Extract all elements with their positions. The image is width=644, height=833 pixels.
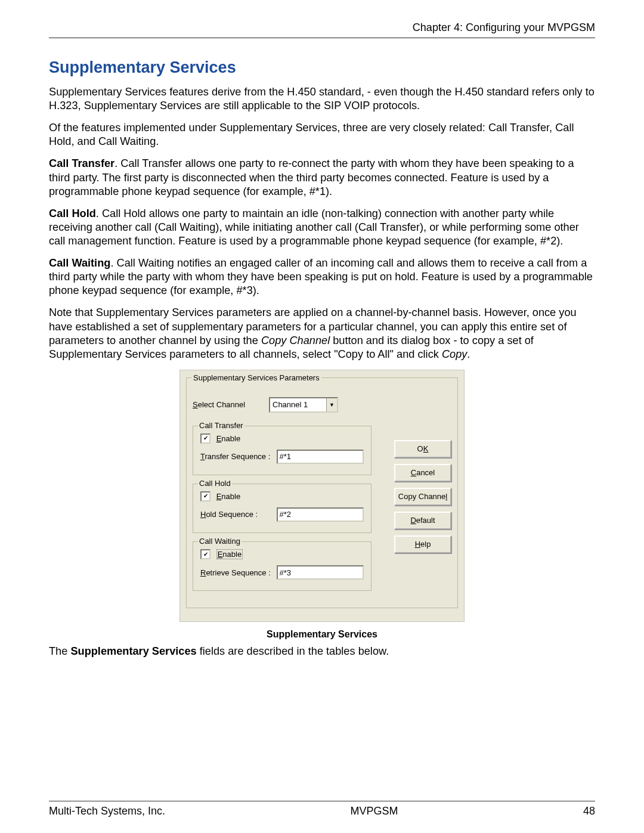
header-rule xyxy=(49,38,595,38)
select-channel-dropdown[interactable]: Channel 1 ▼ xyxy=(269,397,338,413)
figure-caption: Supplementary Services xyxy=(49,629,595,640)
body-para: Call Hold. Call Hold allows one party to… xyxy=(49,207,595,248)
btn-text: ancel xyxy=(416,468,435,477)
body-text: . xyxy=(467,348,470,360)
enable-waiting-row: ✔ Enable xyxy=(200,549,364,559)
chevron-down-icon[interactable]: ▼ xyxy=(326,398,337,411)
mnemonic: R xyxy=(200,568,206,577)
label-text: nable xyxy=(221,434,240,443)
footer-company: Multi-Tech Systems, Inc. xyxy=(49,805,165,817)
call-transfer-group: Call Transfer ✔ Enable Transfer Sequence… xyxy=(193,426,371,475)
copy-ref: Copy xyxy=(442,348,467,360)
btn-text: Copy Channe xyxy=(398,492,446,501)
groupbox-title: Supplementary Services Parameters xyxy=(191,373,321,382)
cancel-button[interactable]: Cancel xyxy=(394,464,451,482)
body-para: Note that Supplementary Services paramet… xyxy=(49,306,595,361)
supplementary-services-dialog: Supplementary Services Parameters Select… xyxy=(179,370,465,622)
enable-hold-row: ✔ Enable xyxy=(200,491,364,501)
default-button[interactable]: Default xyxy=(394,512,451,529)
body-text: . Call Transfer allows one party to re-c… xyxy=(49,157,574,197)
body-para: Call Waiting. Call Waiting notifies an e… xyxy=(49,256,595,298)
call-hold-group: Call Hold ✔ Enable Hold Sequence : #*2 xyxy=(193,484,371,533)
term-supplementary-services: Supplementary Services xyxy=(70,645,196,657)
body-para: Supplementary Services features derive f… xyxy=(49,85,595,113)
body-text: fields are described in the tables below… xyxy=(197,645,389,657)
btn-text: O xyxy=(417,444,423,453)
dialog-figure: Supplementary Services Parameters Select… xyxy=(49,370,595,622)
mnemonic: l xyxy=(445,492,447,501)
label-text: nable xyxy=(222,550,242,559)
label-text: old Sequence : xyxy=(206,510,258,519)
copy-channel-ref: Copy Channel xyxy=(261,335,330,346)
enable-transfer-row: ✔ Enable xyxy=(200,433,364,444)
mnemonic: S xyxy=(193,400,198,409)
label-text: etrieve Sequence : xyxy=(206,568,270,577)
mnemonic: H xyxy=(415,540,420,549)
hold-sequence-input[interactable]: #*2 xyxy=(277,507,364,522)
retrieve-sequence-input[interactable]: #*3 xyxy=(277,565,364,580)
ok-button[interactable]: OK xyxy=(394,440,451,458)
group-title: Call Waiting xyxy=(198,537,242,546)
footer-product: MVPGSM xyxy=(351,805,398,817)
group-title: Call Transfer xyxy=(198,421,244,430)
section-heading: Supplementary Services xyxy=(49,58,595,77)
enable-transfer-label: Enable xyxy=(216,434,240,443)
body-para: The Supplementary Services fields are de… xyxy=(49,645,595,658)
body-text: The xyxy=(49,645,70,657)
hold-sequence-label: Hold Sequence : xyxy=(200,510,277,519)
term-call-transfer: Call Transfer xyxy=(49,157,114,169)
body-para: Call Transfer. Call Transfer allows one … xyxy=(49,157,595,198)
help-button[interactable]: Help xyxy=(394,535,451,553)
term-call-waiting: Call Waiting xyxy=(49,257,110,269)
select-channel-label: Select Channel xyxy=(193,400,269,409)
mnemonic: E xyxy=(216,434,222,443)
body-text: . Call Waiting notifies an engaged calle… xyxy=(49,257,593,296)
enable-hold-checkbox[interactable]: ✔ xyxy=(200,491,210,501)
enable-hold-label: Enable xyxy=(216,492,240,501)
transfer-sequence-input[interactable]: #*1 xyxy=(277,450,364,464)
select-channel-value: Channel 1 xyxy=(273,400,308,409)
body-para: Of the features implemented under Supple… xyxy=(49,121,595,148)
transfer-sequence-value: #*1 xyxy=(280,452,292,461)
supplementary-services-parameters-group: Supplementary Services Parameters Select… xyxy=(186,377,458,608)
label-text: elect Channel xyxy=(198,400,246,409)
term-call-hold: Call Hold xyxy=(49,208,96,219)
retrieve-sequence-label: Retrieve Sequence : xyxy=(200,568,277,577)
enable-waiting-label: Enable xyxy=(216,549,243,559)
enable-transfer-checkbox[interactable]: ✔ xyxy=(200,433,210,444)
mnemonic: D xyxy=(410,516,416,525)
retrieve-sequence-value: #*3 xyxy=(280,568,292,577)
mnemonic: K xyxy=(423,444,429,453)
label-text: nable xyxy=(221,492,240,501)
btn-text: efault xyxy=(416,516,435,525)
mnemonic: E xyxy=(216,492,222,501)
group-title: Call Hold xyxy=(198,479,232,488)
hold-sequence-value: #*2 xyxy=(280,510,292,519)
copy-channel-button[interactable]: Copy Channel xyxy=(394,488,451,506)
mnemonic: H xyxy=(200,510,206,519)
dialog-button-column: OK Cancel Copy Channel Default Help xyxy=(394,440,451,553)
mnemonic: C xyxy=(411,468,416,477)
footer-page-number: 48 xyxy=(583,805,595,817)
footer-rule xyxy=(49,801,595,801)
label-text: ransfer Sequence : xyxy=(205,452,270,461)
enable-waiting-checkbox[interactable]: ✔ xyxy=(200,549,210,559)
chapter-header: Chapter 4: Configuring your MVPGSM xyxy=(49,21,595,38)
btn-text: elp xyxy=(420,540,431,549)
call-waiting-group: Call Waiting ✔ Enable Retrieve Sequence … xyxy=(193,541,371,591)
body-text: . Call Hold allows one party to maintain… xyxy=(49,208,579,247)
mnemonic: E xyxy=(218,550,223,559)
page-footer: Multi-Tech Systems, Inc. MVPGSM 48 xyxy=(49,801,595,817)
transfer-sequence-label: Transfer Sequence : xyxy=(200,452,277,461)
